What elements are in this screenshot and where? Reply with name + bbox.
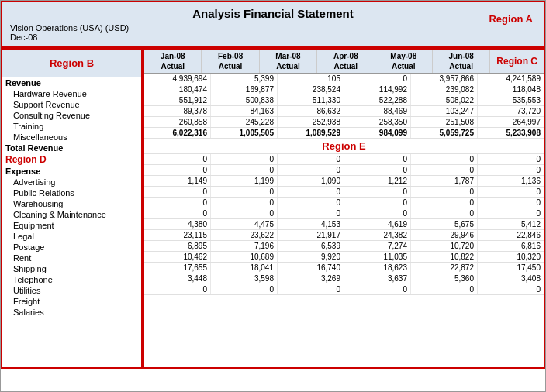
table-row: 6,895 7,196 6,539 7,274 10,720 6,816 [144, 241, 544, 252]
cell-e13c1: 0 [144, 284, 211, 294]
cell-e4c1: 0 [144, 187, 211, 197]
data-area: Jan-08Actual Feb-08Actual Mar-08Actual A… [143, 48, 545, 369]
cell-e8c5: 29,946 [411, 230, 478, 240]
cell-e7c6: 5,412 [478, 219, 544, 229]
sidebar-expense-group: Expense [2, 166, 141, 177]
cell-e11c5: 22,872 [411, 263, 478, 273]
cell-e1c6: 0 [478, 154, 544, 164]
cell-e13c5: 0 [411, 284, 478, 294]
cell-r3c1: 551,912 [144, 95, 211, 105]
cell-r4c5: 103,247 [411, 106, 478, 116]
cell-e4c2: 0 [211, 187, 278, 197]
cell-e7c4: 4,619 [344, 219, 411, 229]
cell-r4c1: 89,378 [144, 106, 211, 116]
sidebar-item-cleaning: Cleaning & Maintenance [2, 209, 141, 220]
cell-e10c5: 10,822 [411, 252, 478, 262]
cell-e2c2: 0 [211, 165, 278, 175]
cell-e5c6: 0 [478, 198, 544, 208]
cell-r2c6: 118,048 [478, 84, 544, 95]
cell-r1c6: 4,241,589 [478, 74, 544, 84]
cell-r1c3: 105 [278, 74, 344, 84]
cell-e4c3: 0 [278, 187, 344, 197]
cell-e9c3: 6,539 [278, 241, 344, 251]
cell-r2c5: 239,082 [411, 84, 478, 95]
cell-e1c2: 0 [211, 154, 278, 164]
region-a-label: Region A [489, 13, 533, 25]
cell-e9c4: 7,274 [344, 241, 411, 251]
cell-r3c6: 535,553 [478, 95, 544, 105]
table-row: 89,378 84,163 86,632 88,469 103,247 73,7… [144, 106, 544, 117]
cell-total-c2: 1,005,505 [211, 128, 278, 138]
table-row: 0 0 0 0 0 0 [144, 187, 544, 198]
cell-r2c1: 180,474 [144, 84, 211, 95]
cell-e13c3: 0 [278, 284, 344, 294]
cell-e5c2: 0 [211, 198, 278, 208]
table-row: 551,912 500,838 511,330 522,288 508,022 … [144, 95, 544, 106]
table-row: 1,149 1,199 1,090 1,212 1,787 1,136 [144, 176, 544, 187]
cell-e11c4: 18,623 [344, 263, 411, 273]
cell-total-c5: 5,059,725 [411, 128, 478, 138]
region-e-row: Region E [144, 139, 544, 154]
cell-e11c1: 17,655 [144, 263, 211, 273]
sidebar-content: Revenue Hardware Revenue Support Revenue… [2, 77, 141, 367]
cell-r1c4: 0 [344, 74, 411, 84]
sidebar-item-miscellaneous: Miscellaneous [2, 132, 141, 143]
total-revenue-row: 6,022,316 1,005,505 1,089,529 984,099 5,… [144, 128, 544, 139]
cell-e12c2: 3,598 [211, 273, 278, 284]
cell-r3c2: 500,838 [211, 95, 278, 105]
cell-r5c3: 252,938 [278, 117, 344, 127]
cell-e4c4: 0 [344, 187, 411, 197]
cell-e9c5: 10,720 [411, 241, 478, 251]
cell-e9c1: 6,895 [144, 241, 211, 251]
col-header-jun: Jun-08Actual [433, 50, 490, 73]
sidebar-revenue-group: Revenue [2, 77, 141, 88]
cell-e3c4: 1,212 [344, 176, 411, 186]
sidebar-item-rent: Rent [2, 253, 141, 263]
cell-e4c5: 0 [411, 187, 478, 197]
col-header-mar: Mar-08Actual [260, 50, 317, 73]
cell-e13c2: 0 [211, 284, 278, 294]
main-title: Analysis Financial Statement [10, 7, 536, 23]
cell-e2c3: 0 [278, 165, 344, 175]
cell-r5c4: 258,350 [344, 117, 411, 127]
cell-e4c6: 0 [478, 187, 544, 197]
cell-e1c3: 0 [278, 154, 344, 164]
cell-r2c4: 114,992 [344, 84, 411, 95]
cell-e7c5: 5,675 [411, 219, 478, 229]
cell-e6c1: 0 [144, 208, 211, 218]
cell-e11c6: 17,450 [478, 263, 544, 273]
table-row: 4,939,694 5,399 105 0 3,957,866 4,241,58… [144, 74, 544, 84]
cell-e5c1: 0 [144, 198, 211, 208]
sidebar-item-telephone: Telephone [2, 274, 141, 285]
cell-e8c6: 22,846 [478, 230, 544, 240]
table-row: 260,858 245,228 252,938 258,350 251,508 … [144, 117, 544, 128]
cell-r4c6: 73,720 [478, 106, 544, 116]
cell-r2c3: 238,524 [278, 84, 344, 95]
cell-total-c6: 5,233,908 [478, 128, 544, 138]
table-row: 17,655 18,041 16,740 18,623 22,872 17,45… [144, 263, 544, 273]
sidebar-item-shipping: Shipping [2, 263, 141, 274]
cell-e7c2: 4,475 [211, 219, 278, 229]
table-row: 0 0 0 0 0 0 [144, 154, 544, 165]
sidebar-item-hardware-revenue: Hardware Revenue [2, 88, 141, 99]
cell-e10c4: 11,035 [344, 252, 411, 262]
cell-e10c1: 10,462 [144, 252, 211, 262]
cell-e9c2: 7,196 [211, 241, 278, 251]
cell-e6c2: 0 [211, 208, 278, 218]
cell-e3c1: 1,149 [144, 176, 211, 186]
cell-e12c3: 3,269 [278, 273, 344, 284]
subtitle-line2: Dec-08 [10, 33, 536, 42]
sidebar-item-total-revenue: Total Revenue [2, 143, 141, 153]
cell-r3c4: 522,288 [344, 95, 411, 105]
cell-e6c6: 0 [478, 208, 544, 218]
table-row: 10,462 10,689 9,920 11,035 10,822 10,320 [144, 252, 544, 263]
cell-e5c3: 0 [278, 198, 344, 208]
data-rows: 4,939,694 5,399 105 0 3,957,866 4,241,58… [144, 74, 544, 367]
sidebar-item-support-revenue: Support Revenue [2, 99, 141, 110]
cell-e13c6: 0 [478, 284, 544, 294]
cell-e1c4: 0 [344, 154, 411, 164]
cell-total-c4: 984,099 [344, 128, 411, 138]
table-row: 0 0 0 0 0 0 [144, 198, 544, 208]
cell-e10c6: 10,320 [478, 252, 544, 262]
cell-e11c3: 16,740 [278, 263, 344, 273]
